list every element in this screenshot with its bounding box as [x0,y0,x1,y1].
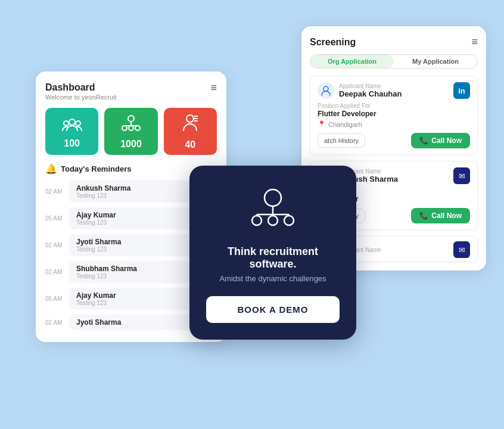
svg-point-0 [69,119,75,125]
location-row-1: 📍 Chandigarh [318,120,470,128]
stat-box-red: 40 [164,108,217,155]
hamburger-icon[interactable]: ≡ [210,82,217,93]
promo-title: Think recruitment software. [206,245,340,271]
phone-icon-1: 📞 [419,136,428,145]
svg-point-21 [268,216,278,225]
location-icon-1: 📍 [318,120,326,128]
reminders-title: Today's Reminders [61,164,131,173]
applicant-name-1: Deepak Chauhan [339,89,402,98]
applicant-card-1: Applicant Name Deepak Chauhan in Positio… [310,76,478,155]
svg-point-14 [323,86,328,91]
location-text-1: Chandigarh [328,121,362,128]
reminder-time: 02 AM [45,269,64,275]
svg-point-3 [128,116,134,122]
reminder-time: 05 AM [45,296,64,302]
promo-card: Think recruitment software. Amidst the d… [189,166,356,340]
svg-point-1 [64,121,69,126]
avatar-1 [318,82,334,99]
call-now-btn-2[interactable]: 📞 Call Now [411,208,470,223]
dashboard-title: Dashboard [45,82,117,93]
name-label-1: Applicant Name [339,83,402,89]
position-value-1: Flutter Developer [318,110,470,118]
bell-icon: 🔔 [45,163,57,175]
dashboard-subtitle: Welcome to yironRecruit [45,94,117,101]
phone-icon-2: 📞 [419,212,428,220]
stat-box-green: 1000 [104,108,157,155]
linkedin-button-1[interactable]: in [453,82,470,99]
tab-org-application[interactable]: Org Application [310,55,394,68]
reminder-time: 02 AM [45,319,64,326]
dashboard-header: Dashboard Welcome to yironRecruit ≡ [45,82,217,101]
screening-hamburger-icon[interactable]: ≡ [471,36,478,48]
stats-row: 100 1000 [45,108,217,155]
svg-point-20 [252,216,262,225]
svg-point-2 [76,121,80,126]
stat-value-teal: 100 [64,138,80,149]
svg-point-22 [284,216,294,225]
svg-point-6 [129,126,133,130]
svg-point-10 [186,115,194,122]
call-now-btn-1[interactable]: 📞 Call Now [411,133,470,148]
team-icon [61,115,83,136]
svg-point-4 [122,126,127,130]
stat-value-green: 1000 [120,139,142,150]
svg-point-17 [265,189,281,206]
screening-title: Screening [310,37,356,48]
email-button-2[interactable]: ✉ [453,167,470,184]
promo-icon [246,185,300,235]
email-button-3[interactable]: ✉ [453,241,470,258]
reminder-time: 02 AM [45,188,64,195]
tabs-row: Org Application My Application [310,54,478,69]
book-demo-button[interactable]: BOOK A DEMO [206,296,340,323]
svg-point-5 [135,126,140,130]
position-label-1: Position Applied For [318,102,470,109]
screening-header: Screening ≡ [310,36,478,48]
person-icon [182,114,198,137]
org-icon [120,114,142,136]
promo-subtitle: Amidst the dynamic challenges [219,274,326,283]
stat-value-red: 40 [185,139,195,150]
tab-my-application[interactable]: My Application [394,55,477,68]
reminder-time: 05 AM [45,215,64,222]
stat-box-teal: 100 [45,108,98,155]
watch-history-btn-1[interactable]: atch History [318,133,365,148]
reminder-time: 02 AM [45,242,64,248]
